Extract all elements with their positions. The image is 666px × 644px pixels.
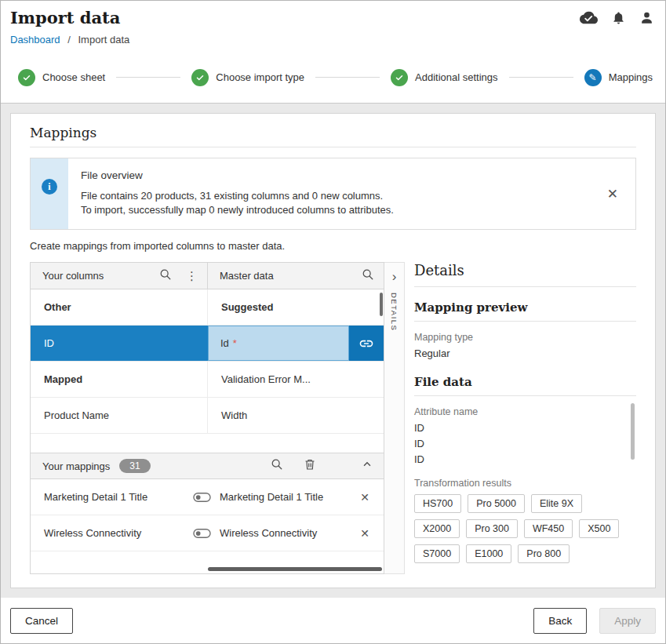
- step-choose-sheet[interactable]: Choose sheet: [18, 69, 105, 86]
- result-chip: HS700: [414, 494, 461, 513]
- step-label: Additional settings: [415, 71, 498, 83]
- banner-accent-strip: i: [31, 158, 68, 229]
- attribute-value: ID: [414, 420, 636, 436]
- breadcrumb-dashboard-link[interactable]: Dashboard: [10, 34, 60, 45]
- grid-group-row: Other Suggested: [31, 289, 384, 326]
- search-icon[interactable]: [271, 458, 283, 474]
- notifications-bell-icon[interactable]: [611, 10, 626, 25]
- delete-mappings-icon[interactable]: [304, 458, 316, 474]
- import-data-window: Import data Dashboard / Import data Choo…: [0, 0, 666, 644]
- mapping-row[interactable]: Wireless Connectivity Wireless Connectiv…: [31, 515, 384, 551]
- more-options-icon[interactable]: ⋮: [186, 270, 198, 282]
- banner-line-2: To import, successfully map 0 newly intr…: [81, 203, 595, 217]
- user-profile-icon[interactable]: [639, 10, 654, 25]
- horizontal-scrollbar[interactable]: [208, 567, 382, 571]
- content-area: Mappings i File overview File contains 2…: [1, 104, 665, 598]
- card-title: Mappings: [30, 125, 636, 140]
- column-item-id[interactable]: ID: [31, 326, 208, 361]
- result-chip: E1000: [466, 544, 511, 563]
- your-mappings-label: Your mappings: [42, 460, 110, 472]
- result-chip: WF450: [524, 519, 573, 538]
- divider: [414, 286, 636, 287]
- step-additional-settings[interactable]: Additional settings: [391, 69, 498, 86]
- mappings-card: Mappings i File overview File contains 2…: [10, 113, 656, 588]
- cancel-button[interactable]: Cancel: [10, 608, 73, 634]
- result-chip: S7000: [414, 544, 460, 563]
- mapping-toggle-icon[interactable]: [193, 492, 218, 503]
- group-mapped: Mapped: [31, 362, 208, 397]
- step-connector: [509, 77, 573, 78]
- remove-mapping-icon[interactable]: ✕: [360, 527, 384, 540]
- result-chip: Pro 800: [518, 544, 570, 563]
- step-connector: [116, 77, 180, 78]
- required-marker: *: [233, 337, 237, 349]
- attribute-value: ID: [414, 452, 636, 468]
- mapping-preview-heading: Mapping preview: [414, 300, 636, 315]
- details-tab-label: DETAILS: [390, 293, 399, 331]
- details-panel: Details Mapping preview Mapping type Reg…: [405, 262, 636, 574]
- divider: [414, 395, 636, 396]
- breadcrumb-separator: /: [67, 34, 71, 45]
- your-mappings-header[interactable]: Your mappings 31: [31, 453, 384, 479]
- grid-row: Mapped Validation Error M...: [31, 362, 384, 398]
- header-icons: [580, 9, 654, 27]
- details-scrollbar[interactable]: [631, 403, 635, 460]
- link-icon: [358, 336, 374, 351]
- mapping-grid: Your columns ⋮ Master data: [30, 262, 384, 574]
- step-connector: [315, 77, 380, 78]
- breadcrumb-current: Import data: [78, 34, 129, 45]
- search-icon[interactable]: [159, 268, 172, 283]
- your-columns-header: Your columns ⋮: [31, 263, 208, 289]
- back-button[interactable]: Back: [533, 608, 587, 634]
- collapse-chevron-icon[interactable]: [362, 459, 373, 473]
- divider: [414, 321, 636, 322]
- step-complete-icon: [191, 69, 209, 86]
- search-icon[interactable]: [362, 268, 374, 283]
- apply-button[interactable]: Apply: [599, 608, 656, 634]
- app-header: Import data: [1, 1, 665, 29]
- transformation-results-chips: HS700 Pro 5000 Elite 9X X2000 Pro 300 WF…: [414, 494, 636, 563]
- banner-close-icon[interactable]: ✕: [607, 186, 618, 202]
- mapping-row[interactable]: Marketing Detail 1 Title Marketing Detai…: [31, 479, 384, 515]
- file-overview-banner: i File overview File contains 20 product…: [30, 158, 636, 230]
- step-current-edit-icon: ✎: [584, 69, 602, 86]
- target-label: Id: [220, 337, 229, 349]
- details-title: Details: [414, 262, 636, 278]
- mappings-count-badge: 31: [119, 459, 150, 473]
- chevron-right-icon[interactable]: ›: [392, 270, 397, 283]
- remove-mapping-icon[interactable]: ✕: [360, 491, 384, 504]
- step-label: Mappings: [609, 71, 653, 83]
- group-suggested: Suggested: [208, 289, 384, 325]
- info-icon: i: [42, 179, 57, 195]
- your-columns-label: Your columns: [42, 270, 104, 282]
- mapping-target: Marketing Detail 1 Title: [218, 491, 360, 503]
- suggested-target-cell[interactable]: Id *: [208, 326, 349, 361]
- mapping-type-value: Regular: [414, 346, 636, 362]
- group-other: Other: [31, 289, 208, 325]
- step-choose-import-type[interactable]: Choose import type: [191, 69, 304, 86]
- footer-actions: Cancel Back Apply: [1, 598, 665, 643]
- column-item-product-name[interactable]: Product Name: [31, 398, 208, 433]
- master-data-header: Master data: [208, 263, 384, 289]
- mapping-toggle-icon[interactable]: [193, 528, 218, 539]
- details-collapse-strip[interactable]: › DETAILS: [384, 262, 405, 574]
- mapping-source: Marketing Detail 1 Title: [31, 491, 193, 503]
- step-label: Choose sheet: [42, 71, 105, 83]
- cloud-sync-icon[interactable]: [580, 9, 598, 27]
- master-data-scrollbar[interactable]: [380, 293, 383, 316]
- step-mappings[interactable]: ✎ Mappings: [584, 69, 653, 86]
- result-chip: X2000: [414, 519, 460, 538]
- master-item-id[interactable]: Id *: [208, 326, 384, 361]
- map-link-button[interactable]: [349, 326, 384, 361]
- attribute-value: ID: [414, 436, 636, 452]
- instruction-text: Create mappings from imported columns to…: [30, 240, 636, 252]
- mapping-layout: Your columns ⋮ Master data: [30, 262, 636, 574]
- grid-header: Your columns ⋮ Master data: [31, 263, 384, 289]
- mapping-source: Wireless Connectivity: [31, 527, 193, 539]
- mapping-type-label: Mapping type: [414, 332, 636, 343]
- master-item-validation-error[interactable]: Validation Error M...: [208, 362, 384, 397]
- master-item-width[interactable]: Width: [208, 398, 384, 433]
- step-complete-icon: [18, 69, 35, 86]
- file-data-heading: File data: [414, 375, 636, 389]
- result-chip: X500: [579, 519, 619, 538]
